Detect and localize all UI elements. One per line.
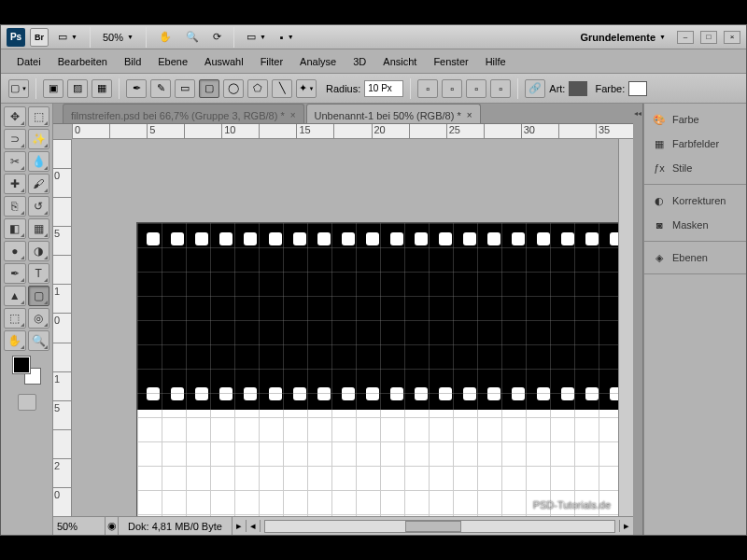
workspace-dropdown[interactable]: Grundelemente▼	[575, 29, 670, 46]
path-new-icon[interactable]: ▫	[417, 79, 438, 98]
crop-tool[interactable]: ✂	[4, 151, 26, 172]
horizontal-scrollbar[interactable]	[264, 520, 615, 533]
polygon-icon[interactable]: ⬠	[247, 79, 268, 98]
style-link-icon[interactable]: 🔗	[525, 79, 545, 98]
panel-stile[interactable]: ƒxStile	[644, 156, 746, 180]
menu-datei[interactable]: Datei	[8, 52, 49, 71]
menu-bearbeiten[interactable]: Bearbeiten	[49, 52, 116, 71]
menu-auswahl[interactable]: Auswahl	[196, 52, 252, 71]
panel-icon: 🎨	[652, 112, 667, 127]
lasso-tool[interactable]: ⊃	[4, 129, 26, 149]
custom-shape-icon[interactable]: ✦▼	[296, 79, 317, 98]
marquee-tool[interactable]: ⬚	[28, 106, 50, 127]
arrange-dropdown[interactable]: ▭▼	[242, 28, 271, 46]
menu-ansicht[interactable]: Ansicht	[374, 52, 425, 71]
tool-preset[interactable]: ▢▼	[8, 79, 29, 98]
sprocket-hole	[171, 232, 184, 245]
info-arrow-icon[interactable]: ▸	[233, 520, 246, 532]
line-icon[interactable]: ╲	[272, 79, 292, 98]
art-label: Art:	[549, 83, 565, 94]
blur-tool[interactable]: ●	[4, 241, 26, 261]
shape-layers-icon[interactable]: ▣	[43, 79, 63, 98]
zoom-tool[interactable]: 🔍	[28, 330, 50, 351]
doc-tab[interactable]: filmstreifen.psd bei 66,7% (Gruppe 3, RG…	[63, 104, 304, 123]
farbe-swatch[interactable]	[628, 81, 647, 96]
rect-shape-icon[interactable]: ▭	[175, 79, 195, 98]
zoom-field[interactable]: 50%	[53, 517, 106, 535]
menu-filter[interactable]: Filter	[252, 52, 291, 71]
bridge-logo[interactable]: Br	[30, 28, 49, 47]
sprocket-hole	[317, 232, 331, 245]
menu-3d[interactable]: 3D	[345, 52, 374, 71]
panel-farbfelder[interactable]: ▦Farbfelder	[644, 132, 746, 156]
panel-farbe[interactable]: 🎨Farbe	[644, 107, 746, 132]
doc-tab[interactable]: Unbenannt-1 bei 50% (RGB/8) *×	[306, 104, 481, 123]
vertical-scrollbar[interactable]	[618, 139, 633, 516]
rotate-icon[interactable]: ⟳	[208, 28, 226, 46]
path-subtract-icon[interactable]: ▫	[466, 79, 486, 98]
path-add-icon[interactable]: ▫	[442, 79, 462, 98]
scroll-left-icon[interactable]: ◂	[246, 520, 261, 532]
wand-tool[interactable]: ✨	[28, 129, 50, 149]
sprocket-hole	[342, 232, 355, 245]
art-swatch[interactable]	[569, 81, 587, 96]
sprocket-hole	[463, 387, 476, 400]
canvas-area[interactable]: PSD-Tutorials.de	[72, 139, 618, 516]
status-bar: 50% ◉ Dok: 4,81 MB/0 Byte ▸ ◂ ▸	[53, 516, 633, 535]
menu-ebene[interactable]: Ebene	[149, 52, 196, 71]
panel-ebenen[interactable]: ◈Ebenen	[644, 245, 746, 270]
menu-analyse[interactable]: Analyse	[291, 52, 345, 71]
maximize-button[interactable]: □	[700, 31, 717, 44]
path-intersect-icon[interactable]: ▫	[490, 79, 511, 98]
info-icon[interactable]: ◉	[106, 517, 119, 535]
sprocket-hole	[415, 387, 428, 400]
radius-input[interactable]	[364, 80, 403, 97]
panel-masken[interactable]: ◙Masken	[644, 213, 746, 237]
sprocket-hole	[487, 232, 500, 245]
pen-tool[interactable]: ✒	[4, 263, 26, 284]
type-tool[interactable]: T	[28, 263, 50, 284]
paths-icon[interactable]: ▨	[67, 79, 88, 98]
dodge-tool[interactable]: ◑	[28, 241, 50, 261]
document-canvas[interactable]	[137, 223, 618, 516]
zoom-icon[interactable]: 🔍	[181, 28, 204, 46]
scroll-right-icon[interactable]: ▸	[619, 520, 633, 532]
history-brush-tool[interactable]: ↺	[28, 196, 50, 217]
close-icon[interactable]: ×	[290, 110, 296, 120]
path-select-tool[interactable]: ▲	[4, 286, 26, 306]
layout-dropdown[interactable]: ▭▼	[53, 28, 82, 46]
ps-logo[interactable]: Ps	[7, 28, 25, 47]
freeform-pen-icon[interactable]: ✎	[150, 79, 171, 98]
zoom-level[interactable]: 50%▼	[98, 29, 138, 46]
panel-collapse-strip[interactable]: ◂◂	[633, 104, 643, 535]
3d-camera-tool[interactable]: ◎	[28, 308, 50, 329]
menu-fenster[interactable]: Fenster	[425, 52, 476, 71]
screen-dropdown[interactable]: ▪▼	[275, 29, 299, 46]
close-button[interactable]: ×	[724, 31, 740, 44]
fg-bg-swatch[interactable]	[13, 357, 41, 385]
radius-label: Radius:	[326, 83, 360, 94]
fill-pixels-icon[interactable]: ▦	[92, 79, 112, 98]
quickmask-toggle[interactable]	[18, 394, 36, 411]
3d-tool[interactable]: ⬚	[4, 308, 26, 329]
hand-tool[interactable]: ✋	[4, 330, 26, 351]
pen-icon[interactable]: ✒	[126, 79, 147, 98]
hand-icon[interactable]: ✋	[154, 28, 176, 46]
heal-tool[interactable]: ✚	[4, 174, 26, 194]
shape-tool[interactable]: ▢	[28, 286, 50, 306]
move-tool[interactable]: ✥	[4, 106, 26, 127]
sprocket-hole	[512, 232, 525, 245]
ellipse-icon[interactable]: ◯	[223, 79, 244, 98]
minimize-button[interactable]: –	[677, 31, 694, 44]
doc-size-info: Dok: 4,81 MB/0 Byte	[119, 517, 233, 535]
menu-hilfe[interactable]: Hilfe	[477, 52, 514, 71]
eraser-tool[interactable]: ◧	[4, 218, 26, 239]
panel-korrekturen[interactable]: ◐Korrekturen	[644, 189, 746, 213]
rounded-rect-icon[interactable]: ▢	[199, 79, 219, 98]
brush-tool[interactable]: 🖌	[28, 174, 50, 194]
gradient-tool[interactable]: ▦	[28, 218, 50, 239]
stamp-tool[interactable]: ⎘	[4, 196, 26, 217]
close-icon[interactable]: ×	[467, 110, 472, 120]
eyedropper-tool[interactable]: 💧	[28, 151, 50, 172]
menu-bild[interactable]: Bild	[116, 52, 149, 71]
